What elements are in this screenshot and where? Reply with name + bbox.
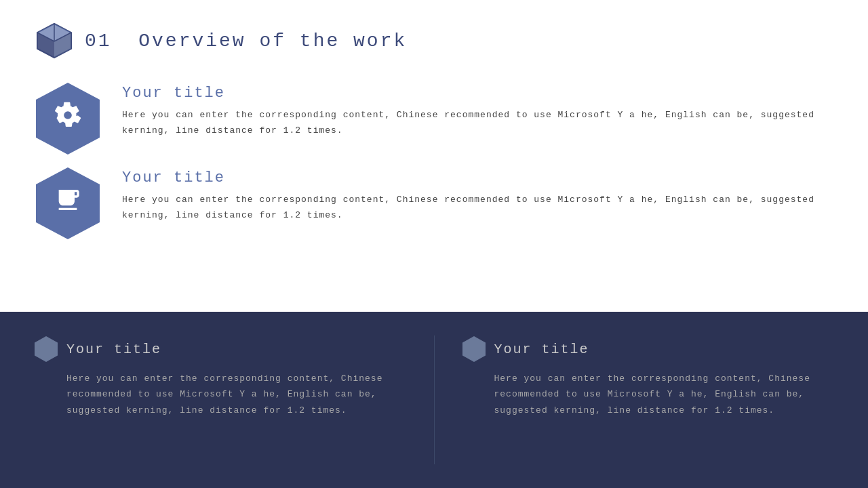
- svg-rect-9: [61, 193, 66, 199]
- item-text-2: Your title Here you can enter the corres…: [122, 166, 834, 224]
- bottom-header-1: Your title: [34, 336, 407, 363]
- small-hex-2: [462, 336, 486, 363]
- bottom-col-2: Your title Here you can enter the corres…: [462, 336, 835, 464]
- item-text-1: Your title Here you can enter the corres…: [122, 81, 834, 139]
- cube-icon: [34, 20, 75, 61]
- newspaper-icon: [54, 186, 81, 220]
- top-section: 01 Overview of the work: [0, 0, 868, 312]
- hex-wrap-2: [34, 166, 102, 241]
- svg-marker-13: [35, 336, 58, 362]
- header-title: 01 Overview of the work: [85, 30, 407, 52]
- item-title-2: Your title: [122, 169, 834, 186]
- bottom-header-2: Your title: [462, 336, 835, 363]
- bottom-title-2: Your title: [494, 342, 589, 357]
- item-body-2: Here you can enter the corresponding con…: [122, 192, 834, 224]
- slide: 01 Overview of the work: [0, 0, 868, 488]
- gear-icon: [54, 102, 81, 136]
- bottom-col-1: Your title Here you can enter the corres…: [34, 336, 407, 464]
- hex-wrap-1: [34, 81, 102, 156]
- bottom-title-1: Your title: [66, 342, 161, 357]
- svg-rect-12: [61, 201, 73, 203]
- item-title-1: Your title: [122, 85, 834, 102]
- svg-rect-11: [68, 198, 73, 200]
- bottom-section: Your title Here you can enter the corres…: [0, 312, 868, 488]
- svg-marker-14: [462, 336, 486, 362]
- bottom-body-1: Here you can enter the corresponding con…: [34, 371, 407, 418]
- content-item-1: Your title Here you can enter the corres…: [34, 81, 834, 156]
- item-body-1: Here you can enter the corresponding con…: [122, 107, 834, 139]
- bottom-body-2: Here you can enter the corresponding con…: [462, 371, 835, 418]
- header: 01 Overview of the work: [34, 20, 834, 61]
- small-hex-1: [34, 336, 58, 363]
- content-items: Your title Here you can enter the corres…: [34, 81, 834, 241]
- vertical-divider: [434, 336, 435, 464]
- content-item-2: Your title Here you can enter the corres…: [34, 166, 834, 241]
- svg-rect-10: [68, 193, 73, 195]
